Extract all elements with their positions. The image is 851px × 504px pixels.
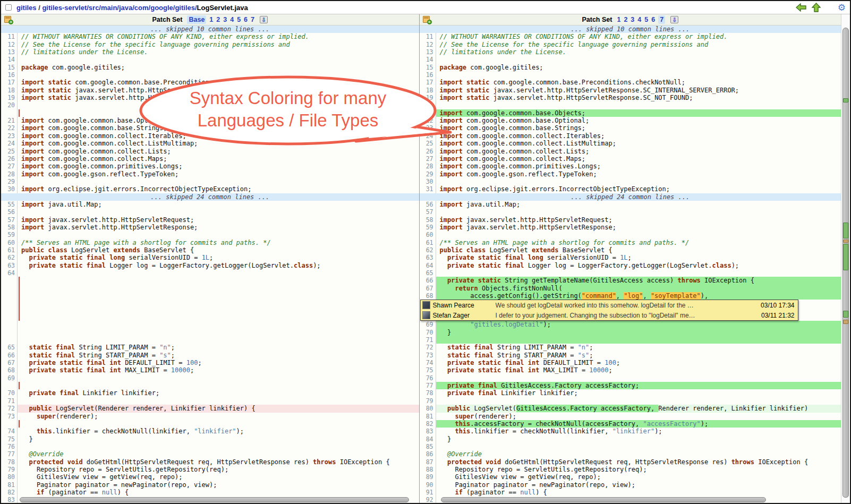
patchset-link-3[interactable]: 3 bbox=[631, 16, 634, 23]
scrollbar-diff-mark[interactable] bbox=[843, 244, 848, 270]
prev-file-arrow-icon[interactable] bbox=[796, 3, 806, 12]
line-number[interactable]: 23 bbox=[420, 124, 436, 132]
patchset-link-7[interactable]: 7 bbox=[251, 16, 254, 23]
patchset-link-1[interactable]: 1 bbox=[617, 16, 620, 23]
line-number[interactable]: 74 bbox=[420, 359, 436, 366]
line-number[interactable]: 90 bbox=[420, 481, 436, 489]
line-number[interactable]: 79 bbox=[420, 397, 436, 405]
patchset-link-6[interactable]: 6 bbox=[651, 16, 655, 23]
line-number[interactable]: 86 bbox=[420, 450, 436, 458]
patchset-link-3[interactable]: 3 bbox=[223, 16, 227, 23]
line-number[interactable]: 80 bbox=[1, 473, 18, 481]
horizontal-scrollbar[interactable]: 92 bbox=[420, 496, 841, 503]
patchset-link-base[interactable]: Base bbox=[187, 15, 206, 24]
line-number[interactable]: 24 bbox=[1, 140, 18, 147]
file-diff-icon[interactable]: + bbox=[423, 16, 431, 23]
line-number[interactable]: 15 bbox=[1, 64, 18, 71]
line-number[interactable]: 65 bbox=[420, 269, 436, 277]
file-diff-icon[interactable]: + bbox=[4, 16, 13, 23]
line-number[interactable]: 21 bbox=[420, 109, 436, 117]
up-to-change-arrow-icon[interactable] bbox=[812, 3, 821, 12]
line-number[interactable]: 55 bbox=[1, 201, 18, 208]
line-number[interactable]: 63 bbox=[420, 254, 436, 261]
line-number[interactable]: 30 bbox=[420, 178, 436, 185]
line-number[interactable]: 89 bbox=[420, 473, 436, 481]
line-number[interactable]: 25 bbox=[420, 140, 436, 147]
breadcrumb-path-link[interactable]: gitiles-servlet/src/main/java/com/google… bbox=[42, 4, 197, 12]
line-number[interactable]: 63 bbox=[1, 262, 18, 269]
line-number[interactable]: 21 bbox=[1, 117, 18, 124]
settings-gear-icon[interactable]: ⚙ bbox=[838, 3, 846, 12]
line-number[interactable]: 24 bbox=[420, 132, 436, 140]
line-number[interactable]: 64 bbox=[420, 262, 436, 269]
line-number[interactable]: 82 bbox=[1, 489, 18, 496]
line-number[interactable]: 78 bbox=[1, 458, 18, 466]
scrollbar-diff-mark[interactable] bbox=[843, 320, 848, 324]
line-number[interactable]: 59 bbox=[420, 224, 436, 231]
patchset-link-5[interactable]: 5 bbox=[237, 16, 241, 23]
line-number[interactable]: 76 bbox=[1, 443, 18, 450]
horizontal-scrollbar[interactable]: 83 bbox=[1, 496, 419, 503]
scrollbar-diff-mark[interactable] bbox=[843, 98, 848, 102]
line-number[interactable]: 88 bbox=[420, 466, 436, 473]
skipped-lines-row[interactable]: ... skipped 10 common lines ... bbox=[420, 25, 841, 33]
reviewed-checkbox[interactable] bbox=[5, 4, 12, 11]
line-number[interactable]: 66 bbox=[1, 352, 18, 359]
line-number[interactable]: 61 bbox=[420, 239, 436, 246]
line-number[interactable]: 70 bbox=[420, 329, 436, 336]
line-number[interactable]: 29 bbox=[420, 170, 436, 178]
line-number[interactable]: 27 bbox=[420, 155, 436, 163]
line-number[interactable]: 15 bbox=[420, 64, 436, 71]
line-number[interactable]: 23 bbox=[1, 132, 18, 140]
patchset-link-4[interactable]: 4 bbox=[637, 16, 641, 23]
skipped-lines-row[interactable]: ... skipped 24 common lines ... bbox=[1, 193, 419, 201]
download-patch-icon[interactable]: ⇩ bbox=[670, 16, 678, 23]
line-number[interactable]: 19 bbox=[420, 94, 436, 101]
patchset-link-2[interactable]: 2 bbox=[216, 16, 220, 23]
line-number[interactable]: 73 bbox=[420, 352, 436, 359]
line-number[interactable]: 69 bbox=[420, 321, 436, 328]
line-number[interactable]: 28 bbox=[1, 170, 18, 178]
skipped-lines-row[interactable]: ... skipped 24 common lines ... bbox=[420, 193, 841, 201]
line-number[interactable]: 75 bbox=[1, 435, 18, 443]
line-number[interactable]: 62 bbox=[1, 254, 18, 261]
line-number[interactable]: 75 bbox=[420, 366, 436, 374]
line-number[interactable]: 19 bbox=[1, 94, 18, 101]
line-number[interactable]: 84 bbox=[420, 435, 436, 443]
line-number[interactable]: 13 bbox=[1, 48, 18, 56]
line-number[interactable]: 12 bbox=[420, 41, 436, 48]
patchset-link-6[interactable]: 6 bbox=[244, 16, 248, 23]
patchset-link-4[interactable]: 4 bbox=[230, 16, 234, 23]
line-number[interactable]: 20 bbox=[420, 101, 436, 109]
line-number[interactable]: 61 bbox=[1, 246, 18, 254]
line-number[interactable]: 68 bbox=[420, 292, 436, 300]
horizontal-scrollbar-thumb[interactable] bbox=[441, 497, 766, 502]
line-number[interactable]: 28 bbox=[420, 163, 436, 170]
line-number[interactable]: 69 bbox=[1, 374, 18, 382]
line-number[interactable]: 26 bbox=[420, 148, 436, 155]
line-number[interactable]: 66 bbox=[420, 277, 436, 284]
line-number[interactable]: 17 bbox=[420, 79, 436, 86]
skipped-lines-row[interactable]: ... skipped 10 common lines ... bbox=[1, 25, 419, 33]
line-number[interactable]: 30 bbox=[1, 185, 18, 193]
line-number[interactable]: 17 bbox=[1, 79, 18, 86]
patchset-link-1[interactable]: 1 bbox=[209, 16, 213, 23]
horizontal-scrollbar-thumb[interactable] bbox=[20, 497, 409, 502]
line-number[interactable]: 80 bbox=[420, 405, 436, 412]
line-number[interactable]: 76 bbox=[420, 374, 436, 382]
line-number[interactable]: 67 bbox=[420, 285, 436, 292]
line-number[interactable]: 59 bbox=[1, 231, 18, 238]
line-number[interactable]: 60 bbox=[420, 231, 436, 238]
line-number[interactable]: 56 bbox=[420, 201, 436, 208]
scrollbar-diff-mark[interactable] bbox=[843, 311, 848, 318]
line-number[interactable]: 83 bbox=[420, 428, 436, 435]
line-number[interactable]: 73 bbox=[1, 413, 18, 420]
line-number[interactable]: 31 bbox=[420, 185, 436, 193]
line-number[interactable]: 14 bbox=[1, 56, 18, 63]
line-number[interactable]: 22 bbox=[1, 124, 18, 132]
line-number[interactable]: 92 bbox=[420, 496, 436, 503]
line-number[interactable]: 74 bbox=[1, 428, 18, 435]
line-number[interactable]: 68 bbox=[1, 366, 18, 374]
line-number[interactable]: 71 bbox=[420, 336, 436, 344]
line-number[interactable]: 85 bbox=[420, 443, 436, 450]
